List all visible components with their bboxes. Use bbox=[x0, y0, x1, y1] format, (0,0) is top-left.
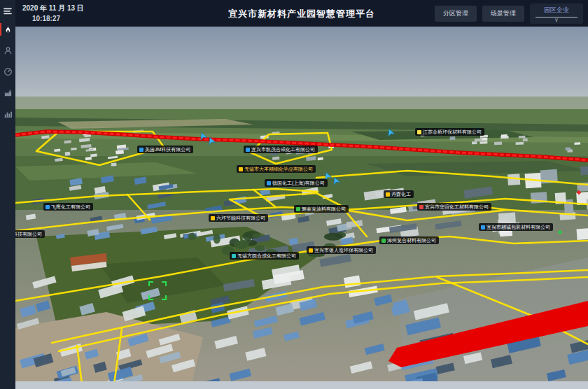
company-name: 德国化工(上海)有限公司 bbox=[272, 181, 325, 185]
map-label[interactable]: 无锡市大本精细化学品有限公司 bbox=[237, 165, 316, 173]
company-icon bbox=[417, 130, 421, 134]
company-icon bbox=[481, 225, 485, 229]
company-icon bbox=[419, 205, 424, 209]
zone-management-button[interactable]: 分区管理 bbox=[435, 6, 477, 22]
company-name: 六环节能科技有限公司 bbox=[216, 215, 265, 220]
company-icon bbox=[232, 254, 236, 258]
company-name: 江苏金桥环保材料有限公司 bbox=[423, 129, 482, 134]
map-label[interactable]: 无锡方圆合成化工有限公司 bbox=[230, 252, 299, 260]
header-buttons: 分区管理 场景管理 园区企业 ∨ bbox=[435, 0, 583, 27]
company-icon bbox=[386, 192, 390, 197]
company-icon bbox=[46, 205, 50, 209]
sidebar bbox=[0, 0, 15, 389]
company-icon bbox=[211, 216, 215, 220]
map-viewport[interactable]: 美国JM科技有限公司宜兴市凯茂合成化工有限公司无锡市大本精细化学品有限公司江苏金… bbox=[15, 27, 588, 389]
map-label[interactable]: 德国化工(上海)有限公司 bbox=[265, 179, 328, 187]
map-label[interactable]: 潭州复合材料有限公司 bbox=[379, 236, 439, 244]
chevron-down-icon: ∨ bbox=[536, 17, 578, 23]
map-label[interactable]: 宜兴市银人造环保有限公司 bbox=[307, 246, 376, 254]
company-name: 美国JM科技有限公司 bbox=[145, 147, 190, 152]
company-name: 宜兴市凯茂合成化工有限公司 bbox=[251, 147, 315, 152]
map-label[interactable]: 飞鹰化工有限公司 bbox=[43, 203, 93, 211]
map-label[interactable]: 美国JM科技有限公司 bbox=[137, 146, 193, 153]
company-name: 丹森化工 bbox=[391, 192, 411, 197]
scene-management-button[interactable]: 场景管理 bbox=[482, 6, 524, 22]
park-enterprise-label: 园区企业 bbox=[536, 6, 578, 15]
company-name: 宜兴市华谊化工材料有限公司 bbox=[425, 204, 489, 209]
company-name: 潭州复合材料有限公司 bbox=[387, 238, 436, 243]
header: 2020 年 11 月 13 日 10:18:27 宜兴市新材料产业园智慧管理平… bbox=[15, 0, 588, 27]
company-name: 宜兴市银人造环保有限公司 bbox=[314, 248, 373, 253]
company-name: 宜兴市精诚包装材料有限公司 bbox=[486, 225, 550, 229]
user-icon[interactable] bbox=[0, 42, 15, 59]
map-label[interactable]: 宜兴市华谊化工材料有限公司 bbox=[417, 203, 491, 211]
flame-icon[interactable] bbox=[0, 21, 15, 38]
company-icon bbox=[239, 167, 243, 171]
menu-icon[interactable] bbox=[0, 3, 15, 20]
company-icon bbox=[296, 207, 300, 211]
map-label[interactable]: 宜兴市精诚包装材料有限公司 bbox=[479, 223, 553, 231]
map-label[interactable]: 丹森化工 bbox=[384, 190, 414, 198]
active-indicator bbox=[0, 23, 1, 36]
company-icon bbox=[309, 248, 313, 253]
smart-park-platform-window: 2020 年 11 月 13 日 10:18:27 宜兴市新材料产业园智慧管理平… bbox=[0, 0, 588, 389]
company-name: 聚泰克涂料有限公司 bbox=[302, 206, 346, 211]
company-icon bbox=[246, 148, 250, 152]
map-label[interactable]: 宜兴市凯茂合成化工有限公司 bbox=[244, 146, 318, 153]
company-name: 无锡市大本精细化学品有限公司 bbox=[244, 167, 313, 171]
bar-chart-icon[interactable] bbox=[0, 105, 15, 122]
company-name: 飞鹰化工有限公司 bbox=[51, 204, 90, 209]
map-label[interactable]: 新材料科技有限公司 bbox=[15, 230, 45, 238]
company-icon bbox=[382, 239, 386, 243]
factory-icon[interactable] bbox=[0, 84, 15, 101]
company-icon bbox=[267, 181, 271, 185]
map-label[interactable]: 六环节能科技有限公司 bbox=[209, 214, 268, 222]
company-name: 无锡方圆合成化工有限公司 bbox=[237, 253, 296, 258]
map-label[interactable]: 聚泰克涂料有限公司 bbox=[294, 205, 349, 213]
map-label[interactable]: 江苏金桥环保材料有限公司 bbox=[415, 128, 484, 136]
company-icon bbox=[139, 148, 144, 152]
company-name: 新材料科技有限公司 bbox=[15, 232, 42, 236]
park-enterprise-dropdown[interactable]: 园区企业 ∨ bbox=[530, 3, 583, 24]
gauge-icon[interactable] bbox=[0, 63, 15, 80]
